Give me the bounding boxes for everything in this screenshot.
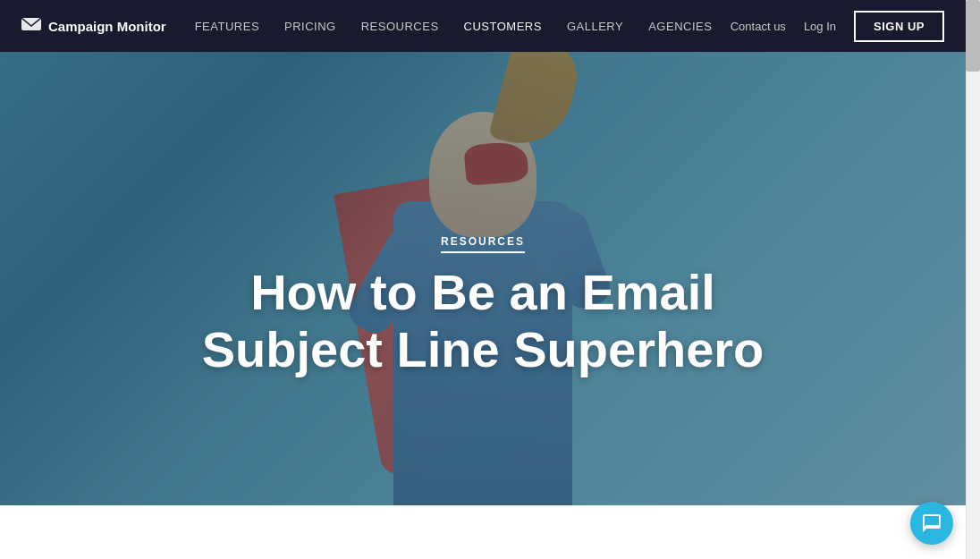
chat-icon bbox=[921, 512, 942, 534]
nav-right: Contact us Log In SIGN UP bbox=[731, 11, 944, 42]
nav-customers[interactable]: CUSTOMERS bbox=[464, 20, 542, 33]
hero-title-line2: Subject Line Superhero bbox=[202, 321, 765, 377]
login-link[interactable]: Log In bbox=[804, 20, 836, 33]
nav-gallery[interactable]: GALLERY bbox=[567, 20, 623, 33]
navbar: Campaign Monitor FEATURES PRICING RESOUR… bbox=[0, 0, 966, 52]
scrollbar-thumb[interactable] bbox=[966, 0, 980, 72]
hero-title: How to Be an Email Subject Line Superher… bbox=[170, 264, 796, 379]
nav-agencies[interactable]: AGENCIES bbox=[648, 20, 712, 33]
scrollbar-track[interactable] bbox=[966, 0, 980, 559]
nav-resources[interactable]: RESOURCES bbox=[361, 20, 439, 33]
hero-title-line1: How to Be an Email bbox=[250, 264, 715, 320]
nav-features[interactable]: FEATURES bbox=[195, 20, 259, 33]
nav-links: FEATURES PRICING RESOURCES CUSTOMERS GAL… bbox=[195, 20, 731, 33]
hero-section: RESOURCES How to Be an Email Subject Lin… bbox=[0, 52, 966, 559]
brand-name: Campaign Monitor bbox=[48, 19, 166, 34]
nav-pricing[interactable]: PRICING bbox=[284, 20, 336, 33]
chat-button[interactable] bbox=[910, 502, 953, 545]
logo-link[interactable]: Campaign Monitor bbox=[21, 18, 166, 34]
contact-link[interactable]: Contact us bbox=[731, 20, 786, 33]
hero-eyebrow: RESOURCES bbox=[441, 235, 525, 253]
signup-button[interactable]: SIGN UP bbox=[854, 11, 944, 42]
logo-icon bbox=[21, 18, 41, 34]
bottom-area bbox=[0, 505, 966, 559]
hero-content: RESOURCES How to Be an Email Subject Lin… bbox=[170, 233, 796, 379]
